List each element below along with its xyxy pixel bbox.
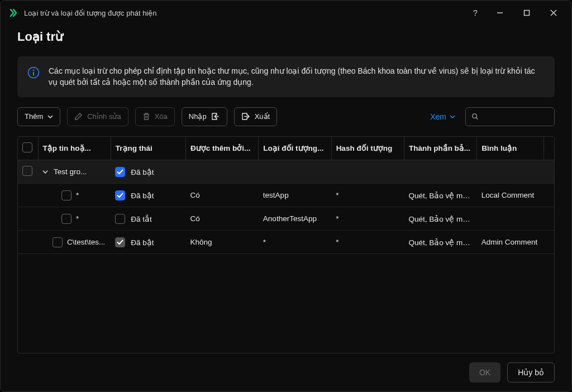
content-area: Loại trừ Các mục loại trừ cho phép chỉ đ…	[1, 25, 571, 353]
cell-added-by: Có	[186, 207, 259, 231]
cell-components: Quét, Bảo vệ mố...	[404, 207, 476, 231]
view-dropdown[interactable]: Xem	[430, 112, 455, 121]
view-label: Xem	[430, 112, 446, 121]
delete-button-label: Xóa	[155, 112, 168, 121]
table-row[interactable]: *Đã bậtCótestApp*Quét, Bảo vệ mố...Local…	[18, 184, 554, 207]
cell-object-type: testApp	[259, 184, 331, 207]
table-row[interactable]: C\test\tes...Đã bậtKhông**Quét, Bảo vệ m…	[18, 231, 554, 254]
header-status[interactable]: Trạng thái	[111, 137, 185, 160]
window-title: Loại trừ và loại đối tượng được phát hiệ…	[24, 9, 461, 17]
titlebar: Loại trừ và loại đối tượng được phát hiệ…	[1, 1, 571, 25]
cell-comment	[477, 207, 544, 231]
table-header-row: Tập tin hoặ... Trạng thái Được thêm bởi.…	[18, 137, 554, 160]
info-banner: Các mục loại trừ cho phép chỉ định tập t…	[17, 56, 555, 97]
header-hash[interactable]: Hash đối tượng	[331, 137, 404, 160]
chevron-down-icon	[47, 115, 53, 118]
cell-comment: Admin Comment	[477, 231, 544, 254]
cell-file: *	[76, 214, 79, 223]
import-icon	[211, 112, 220, 121]
export-button-label: Xuất	[255, 112, 270, 121]
search-icon	[471, 112, 479, 121]
cell-file: *	[76, 191, 79, 199]
ok-button[interactable]: OK	[469, 362, 500, 383]
search-input[interactable]	[483, 112, 549, 121]
toolbar: Thêm Chỉnh sửa Xóa Nhập Xuất Xem	[17, 107, 555, 126]
trash-icon	[142, 112, 150, 121]
svg-rect-4	[33, 72, 34, 76]
row-checkbox[interactable]	[53, 237, 63, 247]
header-components[interactable]: Thành phần bả...	[404, 137, 476, 160]
header-comment[interactable]: Bình luận	[477, 137, 544, 160]
cell-status: Đã tắt	[131, 214, 152, 223]
status-toggle[interactable]	[115, 190, 125, 200]
export-icon	[241, 112, 250, 121]
svg-line-6	[476, 118, 478, 119]
info-icon	[27, 66, 40, 79]
close-button[interactable]	[542, 4, 565, 22]
cell-object-type: AnotherTestApp	[259, 207, 331, 231]
chevron-down-icon	[450, 115, 455, 118]
header-file[interactable]: Tập tin hoặ...	[38, 137, 111, 160]
info-text: Các mục loại trừ cho phép chỉ định tập t…	[49, 65, 545, 88]
select-all-checkbox[interactable]	[22, 142, 32, 152]
svg-point-3	[33, 69, 34, 70]
add-button-label: Thêm	[25, 112, 43, 121]
cell-file: C\test\tes...	[67, 238, 105, 246]
cell-status: Đã bật	[131, 238, 154, 247]
cell-status: Đã bật	[131, 191, 154, 200]
search-box[interactable]	[465, 107, 555, 126]
cell-hash: *	[331, 231, 404, 254]
status-label: Đã bật	[131, 168, 154, 176]
minimize-button[interactable]	[489, 4, 511, 22]
import-button-label: Nhập	[189, 112, 207, 121]
group-label: Test gro...	[54, 168, 87, 176]
cell-comment: Local Comment	[477, 184, 544, 207]
delete-button[interactable]: Xóa	[135, 107, 175, 126]
edit-button[interactable]: Chỉnh sửa	[67, 107, 128, 126]
add-button[interactable]: Thêm	[17, 107, 60, 126]
cell-components: Quét, Bảo vệ mố...	[404, 184, 476, 207]
pencil-icon	[74, 112, 83, 121]
dialog-footer: OK Hủy bỏ	[1, 353, 571, 391]
table-group-row[interactable]: Test gro...Đã bật	[18, 160, 554, 184]
window-controls: ?	[466, 4, 565, 22]
cell-added-by: Không	[186, 231, 259, 254]
header-object-type[interactable]: Loại đối tượng...	[259, 137, 331, 160]
header-checkbox-cell	[18, 137, 38, 160]
maximize-button[interactable]	[516, 4, 538, 22]
import-button[interactable]: Nhập	[182, 107, 227, 126]
edit-button-label: Chỉnh sửa	[87, 112, 121, 121]
cancel-button[interactable]: Hủy bỏ	[507, 362, 555, 383]
app-window: Loại trừ và loại đối tượng được phát hiệ…	[0, 0, 572, 392]
cell-object-type: *	[259, 231, 331, 254]
cell-added-by: Có	[186, 184, 259, 207]
cell-components: Quét, Bảo vệ mố...	[404, 231, 476, 254]
help-button[interactable]: ?	[466, 4, 484, 22]
chevron-down-icon[interactable]	[42, 170, 48, 174]
row-checkbox[interactable]	[61, 214, 72, 224]
table-row[interactable]: *Đã tắtCóAnotherTestApp*Quét, Bảo vệ mố.…	[18, 207, 554, 231]
exclusions-table: Tập tin hoặ... Trạng thái Được thêm bởi.…	[17, 136, 555, 353]
status-toggle[interactable]	[115, 167, 125, 177]
export-button[interactable]: Xuất	[234, 107, 278, 126]
app-logo-icon	[8, 8, 18, 18]
status-toggle[interactable]	[115, 214, 125, 224]
header-added-by[interactable]: Được thêm bởi...	[186, 137, 259, 160]
row-checkbox[interactable]	[22, 166, 32, 176]
svg-point-5	[473, 114, 477, 118]
cell-hash: *	[331, 184, 404, 207]
cell-hash: *	[331, 207, 404, 231]
row-checkbox[interactable]	[61, 190, 72, 200]
svg-rect-1	[525, 11, 530, 16]
page-title: Loại trừ	[17, 30, 555, 44]
status-toggle[interactable]	[115, 237, 125, 247]
